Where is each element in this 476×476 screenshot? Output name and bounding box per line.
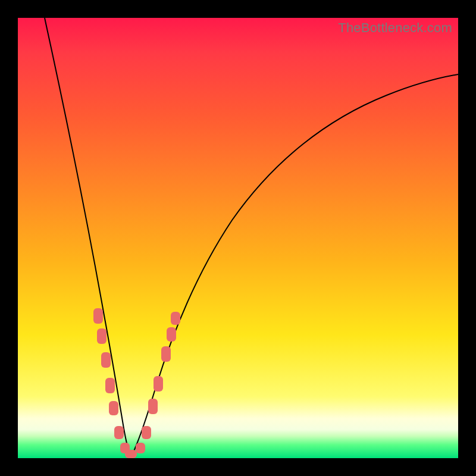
marker-point xyxy=(142,426,151,439)
marker-point xyxy=(167,327,176,342)
marker-point xyxy=(136,443,145,453)
marker-point xyxy=(105,378,115,393)
curve-left-branch xyxy=(45,18,131,457)
marker-point xyxy=(114,426,124,439)
marker-point xyxy=(101,352,111,368)
marker-point xyxy=(171,312,180,325)
curve-right-branch xyxy=(131,74,458,457)
marker-point xyxy=(148,399,158,414)
marker-point xyxy=(97,328,107,344)
marker-point xyxy=(154,376,163,392)
chart-svg xyxy=(18,18,458,458)
marker-point xyxy=(109,401,118,415)
marker-point xyxy=(125,450,137,458)
marker-point xyxy=(161,346,171,362)
chart-frame: TheBottleneck.com xyxy=(0,0,476,476)
plot-area: TheBottleneck.com xyxy=(18,18,458,458)
marker-point xyxy=(93,308,103,324)
